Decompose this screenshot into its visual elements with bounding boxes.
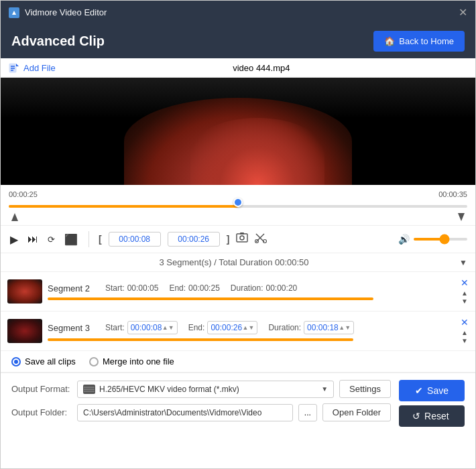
segment-2-actions: ✕ ▲ ▼ (461, 277, 469, 306)
segment-2-start-label: Start: (105, 283, 125, 293)
segment-3-start-input[interactable]: 00:00:08 ▲▼ (127, 321, 178, 334)
home-icon: 🏠 (384, 36, 395, 46)
back-to-home-button[interactable]: 🏠 Back to Home (373, 31, 465, 52)
screenshot-button[interactable] (236, 232, 248, 246)
segment-3-start-spinner[interactable]: ▲▼ (162, 325, 174, 331)
segment-2-move-up-button[interactable]: ▲ (461, 289, 468, 297)
format-select[interactable]: H.265/HEVC MKV video format (*.mkv) ▼ (77, 381, 334, 398)
main-window: Vidmore Video Editor ✕ Advanced Clip 🏠 B… (0, 0, 476, 469)
title-bar-left: Vidmore Video Editor (9, 7, 107, 18)
close-button[interactable]: ✕ (459, 6, 467, 19)
save-label: Save (427, 385, 449, 396)
toolbar-row: Add File video 444.mp4 (1, 58, 475, 78)
segment-3-duration-spinner[interactable]: ▲▼ (339, 325, 351, 331)
title-bar: Vidmore Video Editor ✕ (1, 1, 475, 24)
volume-slider[interactable] (414, 238, 467, 241)
separator-1 (88, 231, 89, 247)
segment-2-start-value: 00:00:05 (127, 283, 159, 293)
screenshot-icon (236, 232, 248, 243)
settings-button[interactable]: Settings (339, 380, 391, 398)
save-all-label: Save all clips (25, 356, 76, 366)
format-chevron-icon: ▼ (321, 385, 328, 393)
output-main-row: Output Format: H.265/HEVC MKV video form… (11, 380, 465, 427)
playback-controls: ▶ ⏭ ⟳ ⬛ [ ] 🔊 (1, 226, 475, 253)
segment-2-duration-field: Duration: 00:00:20 (231, 283, 297, 293)
format-icon (83, 385, 95, 394)
scrubber-container[interactable] (9, 201, 467, 212)
reset-button[interactable]: ↺ Reset (399, 405, 465, 427)
segment-3-move-up-button[interactable]: ▲ (461, 329, 468, 337)
timeline-start-time: 00:00:25 (9, 190, 38, 198)
action-buttons: ✔ Save ↺ Reset (399, 380, 465, 427)
save-options: Save all clips Merge into one file (1, 351, 475, 373)
segment-3-end-label: End: (188, 323, 205, 332)
clip-start-input[interactable] (109, 232, 161, 247)
trim-handles (9, 212, 467, 222)
segment-3-start-label: Start: (105, 323, 125, 332)
format-value: H.265/HEVC MKV video format (*.mkv) (99, 385, 239, 394)
segment-2-end-field: End: 00:00:25 (169, 283, 219, 293)
segment-2-duration-value: 00:00:20 (266, 283, 298, 293)
svg-marker-0 (12, 11, 16, 15)
loop-button[interactable]: ⟳ (46, 233, 56, 246)
browse-folder-button[interactable]: ... (298, 404, 317, 421)
reset-icon: ↺ (412, 411, 420, 421)
current-file-name: video 444.mp4 (233, 63, 290, 73)
folder-input: C:\Users\Administrator\Documents\Vidmore… (77, 404, 293, 421)
segment-3-move-down-button[interactable]: ▼ (461, 337, 468, 345)
segment-3-reorder: ▲ ▼ (461, 329, 468, 345)
save-all-clips-option[interactable]: Save all clips (11, 356, 76, 366)
output-form: Output Format: H.265/HEVC MKV video form… (11, 380, 391, 427)
save-button[interactable]: ✔ Save (399, 380, 465, 401)
volume-icon: 🔊 (398, 234, 410, 245)
segment-2-duration-label: Duration: (231, 283, 263, 293)
timeline-bar: 00:00:25 00:00:35 (1, 185, 475, 226)
reset-label: Reset (424, 411, 449, 421)
play-button[interactable]: ▶ (9, 232, 19, 247)
segments-list: Segment 2 Start: 00:00:05 End: 00:00:25 … (1, 272, 475, 351)
table-row: Segment 2 Start: 00:00:05 End: 00:00:25 … (1, 272, 475, 312)
format-select-inner: H.265/HEVC MKV video format (*.mkv) (83, 385, 239, 394)
segment-3-thumbnail (7, 319, 42, 343)
segment-2-delete-button[interactable]: ✕ (461, 277, 469, 288)
timeline-end-time: 00:00:35 (438, 190, 467, 198)
merge-option[interactable]: Merge into one file (89, 356, 174, 366)
segment-2-end-label: End: (169, 283, 186, 293)
stop-button[interactable]: ⬛ (63, 232, 79, 247)
segment-3-end-spinner[interactable]: ▲▼ (243, 325, 255, 331)
save-check-icon: ✔ (415, 385, 423, 396)
bracket-right-button[interactable]: ] (227, 234, 230, 245)
page-title: Advanced Clip (11, 34, 105, 49)
scrubber-thumb[interactable] (233, 198, 243, 207)
format-label: Output Format: (11, 384, 72, 394)
fire-glow-secondary (190, 118, 324, 185)
segments-dropdown-arrow[interactable]: ▼ (459, 258, 467, 267)
segment-3-end-input[interactable]: 00:00:26 ▲▼ (207, 321, 257, 334)
segment-3-duration-input[interactable]: 00:00:18 ▲▼ (304, 321, 354, 334)
trim-handle-left[interactable] (11, 213, 18, 221)
segment-3-info: Segment 3 Start: 00:00:08 ▲▼ End: 00:00:… (48, 321, 455, 341)
segment-3-delete-button[interactable]: ✕ (461, 317, 469, 328)
step-forward-button[interactable]: ⏭ (26, 232, 40, 247)
clip-end-input[interactable] (168, 232, 220, 247)
fire-canvas (1, 78, 475, 185)
bracket-left-button[interactable]: [ (99, 234, 102, 245)
segment-2-move-down-button[interactable]: ▼ (461, 297, 468, 306)
svg-rect-7 (240, 232, 244, 234)
folder-path-text: C:\Users\Administrator\Documents\Vidmore… (83, 408, 287, 417)
scrubber-fill (9, 205, 238, 208)
folder-label: Output Folder: (11, 407, 72, 417)
page-header: Advanced Clip 🏠 Back to Home (1, 24, 475, 58)
save-all-radio[interactable] (11, 357, 21, 366)
segments-summary: 3 Segment(s) / Total Duration 00:00:50 (9, 257, 459, 267)
trim-handle-right[interactable] (458, 213, 465, 221)
clip-cut-button[interactable] (255, 232, 267, 246)
svg-rect-5 (237, 234, 247, 242)
add-file-icon (9, 62, 19, 73)
svg-point-6 (240, 236, 244, 240)
output-format-row: Output Format: H.265/HEVC MKV video form… (11, 380, 391, 398)
table-row: Segment 3 Start: 00:00:08 ▲▼ End: 00:00:… (1, 312, 475, 351)
open-folder-button[interactable]: Open Folder (322, 403, 391, 421)
merge-radio[interactable] (89, 357, 99, 366)
add-file-button[interactable]: Add File (9, 62, 56, 73)
